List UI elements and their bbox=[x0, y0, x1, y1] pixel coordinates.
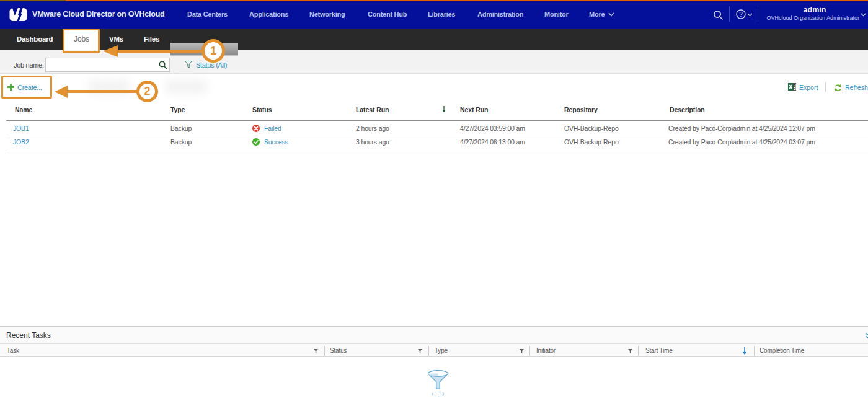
svg-text:?: ? bbox=[739, 11, 743, 18]
